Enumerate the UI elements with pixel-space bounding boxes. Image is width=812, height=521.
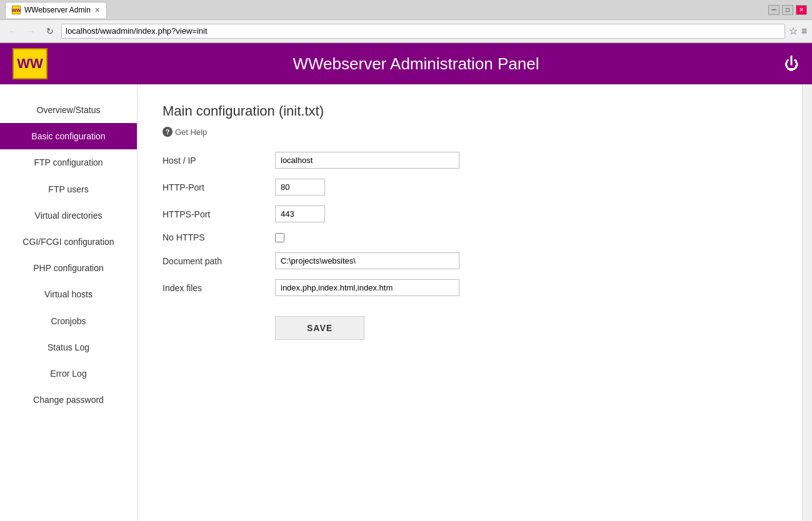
tab-favicon: WW <box>12 6 21 14</box>
input-host[interactable] <box>275 152 459 169</box>
bookmark-button[interactable]: ☆ <box>789 25 798 37</box>
sidebar-item-virtual-hosts[interactable]: Virtual hosts <box>0 281 137 307</box>
content-area: Main configuration (init.txt) ? Get Help… <box>138 84 802 521</box>
browser-chrome: WW WWebserver Admin ✕ ─ □ ✕ ← → ↻ ☆ ≡ <box>0 0 812 43</box>
sidebar-item-change-password[interactable]: Change password <box>0 387 137 413</box>
sidebar-item-error-log[interactable]: Error Log <box>0 360 137 387</box>
form-row-https-port: HTTPS-Port <box>163 206 777 222</box>
form-row-save: SAVE <box>163 306 777 340</box>
get-help-section: ? Get Help <box>163 127 777 137</box>
form-row-http-port: HTTP-Port <box>163 179 777 196</box>
sidebar-item-basic-config[interactable]: Basic configuration <box>0 123 137 149</box>
input-index-files[interactable] <box>275 279 459 296</box>
address-bar[interactable] <box>61 24 785 39</box>
browser-title-bar: WW WWebserver Admin ✕ ─ □ ✕ <box>0 0 812 20</box>
browser-toolbar: ← → ↻ ☆ ≡ <box>0 20 812 42</box>
tab-title: WWebserver Admin <box>24 6 91 14</box>
save-button[interactable]: SAVE <box>275 316 364 340</box>
form-row-index-files: Index files <box>163 279 777 296</box>
config-form: Host / IP HTTP-Port HTTPS-Port No HTTPS <box>163 152 777 340</box>
form-row-doc-path: Document path <box>163 252 777 269</box>
label-doc-path: Document path <box>163 256 275 266</box>
sidebar-item-status-log[interactable]: Status Log <box>0 334 137 360</box>
sidebar-item-ftp-users[interactable]: FTP users <box>0 176 137 202</box>
page-title: Main configuration (init.txt) <box>163 103 777 119</box>
close-button[interactable]: ✕ <box>796 5 807 15</box>
app-title: WWebserver Administration Panel <box>48 54 784 74</box>
sidebar-item-overview[interactable]: Overview/Status <box>0 97 137 123</box>
back-button[interactable]: ← <box>5 24 20 39</box>
label-http-port: HTTP-Port <box>163 182 275 192</box>
sidebar-item-virtual-dirs[interactable]: Virtual directories <box>0 202 137 229</box>
label-index-files: Index files <box>163 283 275 293</box>
label-no-https: No HTTPS <box>163 232 275 242</box>
input-http-port[interactable] <box>275 179 325 196</box>
scrollbar-track[interactable] <box>802 84 812 521</box>
app-header: WW WWebserver Administration Panel ⏻ <box>0 43 812 84</box>
forward-button[interactable]: → <box>24 24 39 39</box>
main-layout: Overview/Status Basic configuration FTP … <box>0 84 812 521</box>
checkbox-no-https[interactable] <box>275 233 284 242</box>
menu-button[interactable]: ≡ <box>801 26 807 37</box>
input-doc-path[interactable] <box>275 252 459 269</box>
sidebar-item-cronjobs[interactable]: Cronjobs <box>0 308 137 334</box>
power-button[interactable]: ⏻ <box>784 55 799 72</box>
page-wrapper: WW WWebserver Administration Panel ⏻ Ove… <box>0 43 812 521</box>
help-icon: ? <box>163 127 173 137</box>
tab-close-button[interactable]: ✕ <box>94 6 100 14</box>
sidebar-item-ftp-config[interactable]: FTP configuration <box>0 149 137 176</box>
label-host: Host / IP <box>163 156 275 166</box>
window-controls: ─ □ ✕ <box>768 5 807 15</box>
form-row-host: Host / IP <box>163 152 777 169</box>
get-help-label: Get Help <box>175 127 207 137</box>
form-row-no-https: No HTTPS <box>163 232 777 242</box>
sidebar-item-php-config[interactable]: PHP configuration <box>0 255 137 281</box>
restore-button[interactable]: □ <box>782 5 793 15</box>
refresh-button[interactable]: ↻ <box>43 24 58 39</box>
app-logo: WW <box>13 48 48 79</box>
browser-tab[interactable]: WW WWebserver Admin ✕ <box>5 2 107 18</box>
minimize-button[interactable]: ─ <box>768 5 779 15</box>
sidebar: Overview/Status Basic configuration FTP … <box>0 84 138 521</box>
label-https-port: HTTPS-Port <box>163 209 275 219</box>
sidebar-item-cgi-fcgi[interactable]: CGI/FCGI configuration <box>0 229 137 255</box>
input-https-port[interactable] <box>275 206 325 222</box>
